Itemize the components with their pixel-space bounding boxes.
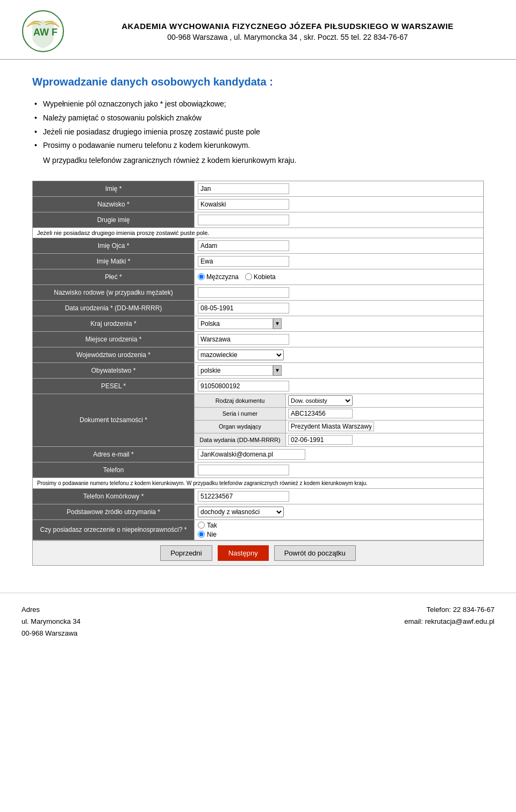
niepelnosprawnosc-value: Tak Nie — [194, 520, 483, 540]
miejsce-urodzenia-input[interactable] — [198, 334, 289, 345]
nazwisko-rodowe-input[interactable] — [198, 287, 289, 298]
doc-data-label: Data wydania (DD-MM-RRRR) — [195, 433, 286, 446]
data-urodzenia-input[interactable] — [198, 303, 289, 314]
doc-organ-value — [286, 421, 483, 433]
telefon-input[interactable] — [198, 465, 289, 475]
imie-ojca-value — [194, 238, 483, 253]
form-note: Jeżeli nie posiadasz drugiego imienia pr… — [33, 228, 483, 238]
nazwisko-rodowe-label: Nazwisko rodowe (w przypadku mężatek) — [33, 285, 194, 300]
footer-address-line2: 00-968 Warszawa — [22, 628, 81, 639]
doc-data-input[interactable] — [288, 435, 353, 445]
miejsce-urodzenia-label: Miejsce urodzenia * — [33, 332, 194, 347]
footer-address: Adres ul. Marymoncka 34 00-968 Warszawa — [22, 604, 81, 639]
imie-matki-value — [194, 254, 483, 269]
niepelnosprawnosc-tak-label[interactable]: Tak — [198, 522, 480, 529]
imie-matki-input[interactable] — [198, 256, 289, 267]
doc-organ-label: Organ wydający — [195, 421, 286, 433]
kraj-urodzenia-row: Kraj urodzenia * ▼ — [33, 316, 483, 332]
powrot-button[interactable]: Powrót do początku — [274, 545, 356, 561]
obywatelstwo-scroll-button[interactable]: ▼ — [273, 365, 282, 376]
plec-radio-group: Mężczyzna Kobieta — [198, 273, 276, 281]
doc-seria-input[interactable] — [288, 409, 353, 418]
pesel-input[interactable] — [198, 381, 289, 391]
instructions: Wypełnienie pól oznaczonych jako * jest … — [32, 98, 484, 167]
obywatelstwo-row: Obywatelstwo * ▼ — [33, 363, 483, 379]
instruction-item-3: Jeżeli nie posiadasz drugiego imienia pr… — [32, 126, 484, 139]
doc-data-row: Data wydania (DD-MM-RRRR) — [195, 433, 483, 446]
obywatelstwo-input[interactable] — [198, 365, 273, 376]
drugie-imie-value — [194, 212, 483, 227]
drugie-imie-label: Drugie imię — [33, 212, 194, 227]
drugie-imie-row: Drugie imię — [33, 212, 483, 228]
footer-address-label: Adres — [22, 604, 81, 616]
main-content: Wprowadzanie danych osobowych kandydata … — [0, 60, 516, 587]
kraj-urodzenia-input[interactable] — [198, 318, 273, 329]
plec-kobieta-radio[interactable] — [245, 273, 252, 280]
plec-mezczyzna-label[interactable]: Mężczyzna — [198, 273, 239, 281]
header-text: AKADEMIA WYCHOWANIA FIZYCZNEGO JÓZEFA PI… — [81, 22, 494, 41]
email-input[interactable] — [198, 449, 305, 460]
dokument-label: Dokument tożsamości * — [33, 394, 194, 446]
imie-ojca-label: Imię Ojca * — [33, 238, 194, 253]
nazwisko-rodowe-row: Nazwisko rodowe (w przypadku mężatek) — [33, 285, 483, 301]
imie-matki-label: Imię Matki * — [33, 254, 194, 269]
obywatelstwo-value: ▼ — [194, 363, 483, 378]
imie-ojca-input[interactable] — [198, 240, 289, 251]
plec-label: Płeć * — [33, 269, 194, 284]
kraj-urodzenia-label: Kraj urodzenia * — [33, 316, 194, 331]
doc-fields: Rodzaj dokumentu Dow. osobisty Paszport … — [194, 394, 483, 446]
footer-phone: Telefon: 22 834-76-67 — [404, 604, 494, 616]
kraj-scroll-button[interactable]: ▼ — [273, 318, 282, 329]
footer-email: email: rekrutacja@awf.edu.pl — [404, 616, 494, 628]
imie-ojca-row: Imię Ojca * — [33, 238, 483, 254]
telefon-row: Telefon — [33, 462, 483, 478]
nastepny-button[interactable]: Następny — [218, 545, 269, 561]
data-urodzenia-row: Data urodzenia * (DD-MM-RRRR) — [33, 301, 483, 316]
page-title: Wprowadzanie danych osobowych kandydata … — [32, 76, 484, 88]
tel-note: Prosimy o podawanie numeru telefonu z ko… — [33, 478, 483, 489]
telefon-label: Telefon — [33, 462, 194, 478]
wojewodztwo-select[interactable]: mazowieckie małopolskie śląskie wielkopo… — [198, 350, 284, 360]
header-title: AKADEMIA WYCHOWANIA FIZYCZNEGO JÓZEFA PI… — [81, 22, 494, 31]
plec-kobieta-label[interactable]: Kobieta — [245, 273, 276, 281]
niepelnosprawnosc-row: Czy posiadasz orzeczenie o niepełnospraw… — [33, 520, 483, 540]
nazwisko-rodowe-value — [194, 285, 483, 300]
doc-rodzaj-value: Dow. osobisty Paszport — [286, 394, 483, 407]
email-value — [194, 447, 483, 462]
niepelnosprawnosc-tak-radio[interactable] — [198, 522, 205, 529]
doc-organ-input[interactable] — [288, 422, 374, 431]
zrodlo-select[interactable]: dochody z własności praca stypendium inn… — [198, 507, 284, 517]
niepelnosprawnosc-nie-radio[interactable] — [198, 531, 205, 538]
pesel-value — [194, 379, 483, 394]
nazwisko-input[interactable] — [198, 199, 289, 210]
imie-input[interactable] — [198, 183, 289, 194]
niepelnosprawnosc-tak-text: Tak — [207, 522, 217, 529]
pesel-label: PESEL * — [33, 379, 194, 394]
doc-rodzaj-select[interactable]: Dow. osobisty Paszport — [288, 395, 353, 406]
wojewodztwo-value: mazowieckie małopolskie śląskie wielkopo… — [194, 347, 483, 362]
wojewodztwo-row: Województwo urodzenia * mazowieckie mało… — [33, 347, 483, 363]
plec-mezczyzna-radio[interactable] — [198, 273, 205, 280]
obywatelstwo-label: Obywatelstwo * — [33, 363, 194, 378]
wojewodztwo-label: Województwo urodzenia * — [33, 347, 194, 362]
zrodlo-row: Podstawowe źródło utrzymania * dochody z… — [33, 504, 483, 520]
instruction-item-4: Prosimy o podawanie numeru telefonu z ko… — [32, 139, 484, 152]
footer-address-line1: ul. Marymoncka 34 — [22, 616, 81, 628]
tel-komorkowy-label: Telefon Komórkowy * — [33, 489, 194, 504]
doc-seria-label: Seria i numer — [195, 408, 286, 420]
tel-komorkowy-input[interactable] — [198, 491, 289, 502]
page-footer: Adres ul. Marymoncka 34 00-968 Warszawa … — [0, 593, 516, 650]
drugie-imie-input[interactable] — [198, 215, 289, 225]
data-urodzenia-label: Data urodzenia * (DD-MM-RRRR) — [33, 301, 194, 316]
instruction-item-2: Należy pamiętać o stosowaniu polskich zn… — [32, 112, 484, 125]
doc-rodzaj-label: Rodzaj dokumentu — [195, 394, 286, 407]
kraj-urodzenia-value: ▼ — [194, 316, 483, 331]
niepelnosprawnosc-nie-label[interactable]: Nie — [198, 531, 480, 538]
niepelnosprawnosc-label: Czy posiadasz orzeczenie o niepełnospraw… — [33, 520, 194, 540]
instruction-item-1: Wypełnienie pól oznaczonych jako * jest … — [32, 98, 484, 111]
data-urodzenia-value — [194, 301, 483, 316]
doc-seria-row: Seria i numer — [195, 408, 483, 421]
poprzedni-button[interactable]: Poprzedni — [160, 545, 212, 561]
doc-organ-row: Organ wydający — [195, 421, 483, 433]
kraj-input-container: ▼ — [198, 318, 282, 329]
